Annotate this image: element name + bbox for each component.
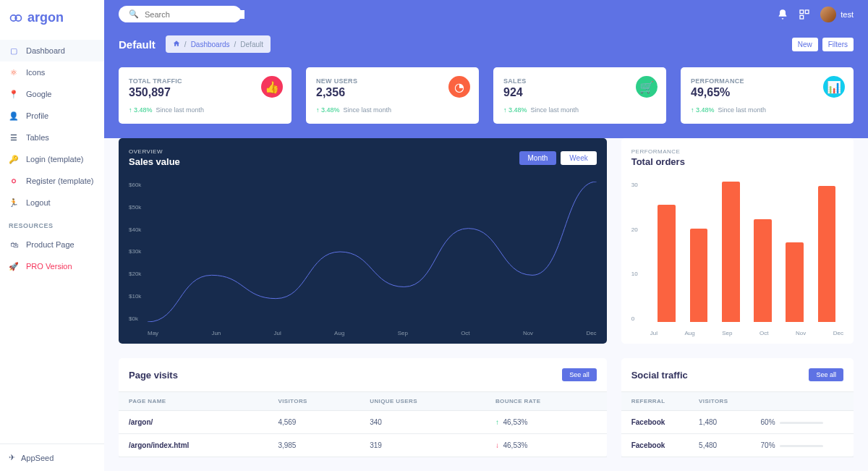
- sidebar-item-tables[interactable]: ☰Tables: [0, 127, 104, 148]
- sidebar: argon ▢Dashboard⚛Icons📍Google👤Profile☰Ta…: [0, 0, 104, 471]
- sidebar-item-label: Google: [26, 90, 51, 98]
- bell-icon[interactable]: [777, 9, 788, 20]
- search-icon: 🔍: [129, 9, 139, 19]
- page-header: Default / Dashboards / Default New Filte…: [104, 28, 868, 67]
- stat-value: 350,897: [129, 86, 281, 99]
- stat-value: 49,65%: [691, 86, 843, 99]
- sidebar-item-label: PRO Version: [26, 262, 72, 271]
- orders-chart-panel: PERFORMANCE Total orders 3020100 JulAugS…: [621, 138, 854, 344]
- thumb-icon: 👍: [261, 76, 283, 98]
- bag-icon: 🛍: [9, 239, 19, 250]
- tv-icon: ▢: [9, 46, 19, 56]
- breadcrumb-current: Default: [240, 41, 263, 48]
- new-button[interactable]: New: [792, 38, 818, 51]
- stat-label: NEW USERS: [316, 77, 469, 85]
- user-name: test: [841, 10, 854, 19]
- brand-logo[interactable]: argon: [0, 0, 104, 35]
- topbar: 🔍 test: [104, 0, 868, 28]
- stat-value: 2,356: [316, 86, 469, 99]
- stat-change: ↑ 3.48% Since last month: [316, 106, 469, 114]
- bar: [754, 219, 772, 322]
- stat-value: 924: [503, 86, 656, 99]
- stat-card-1: NEW USERS 2,356 ◔ ↑ 3.48% Since last mon…: [306, 67, 479, 124]
- table-row[interactable]: Facebook1,48060%: [621, 411, 854, 434]
- tables-row: Page visits See all PAGE NAMEVISITORSUNI…: [104, 358, 868, 471]
- stat-change: ↑ 3.48% Since last month: [691, 106, 843, 114]
- table-row[interactable]: /argon/4,569340↑ 46,53%: [119, 411, 607, 434]
- sales-chart-panel: OVERVIEW Sales value Month Week $60k$50k…: [119, 138, 607, 344]
- run-icon: 🏃: [9, 198, 19, 208]
- brand-text: argon: [27, 10, 64, 25]
- svg-rect-2: [800, 10, 804, 14]
- sidebar-item-pro-version[interactable]: 🚀PRO Version: [0, 255, 104, 277]
- orders-title: Total orders: [631, 156, 685, 167]
- sidebar-item-label: Icons: [26, 68, 45, 77]
- tab-month[interactable]: Month: [519, 151, 557, 165]
- sidebar-item-dashboard[interactable]: ▢Dashboard: [0, 40, 104, 61]
- table-row[interactable]: /argon/index.html3,985319↓ 46,53%: [119, 434, 607, 457]
- apps-icon[interactable]: [799, 9, 810, 20]
- main: 🔍 test Default / Dashboards / Default Ne…: [104, 0, 868, 471]
- content: TOTAL TRAFFIC 350,897 👍 ↑ 3.48% Since la…: [104, 67, 868, 471]
- stat-label: SALES: [503, 77, 656, 85]
- user-menu[interactable]: test: [820, 7, 854, 22]
- breadcrumb-home[interactable]: [173, 40, 180, 48]
- page-visits-title: Page visits: [129, 370, 178, 381]
- pin-icon: 📍: [9, 89, 19, 99]
- sidebar-item-label: Logout: [26, 198, 51, 207]
- social-traffic-table: Social traffic See all REFERRALVISITORSF…: [621, 358, 854, 457]
- cart-icon: 🛒: [636, 76, 658, 98]
- sidebar-item-login-template-[interactable]: 🔑Login (template): [0, 148, 104, 170]
- atom-icon: ⚛: [9, 67, 19, 77]
- search-box[interactable]: 🔍: [119, 6, 242, 22]
- stat-change: ↑ 3.48% Since last month: [503, 106, 656, 114]
- sidebar-item-product-page[interactable]: 🛍Product Page: [0, 234, 104, 255]
- filters-button[interactable]: Filters: [822, 38, 854, 51]
- sidebar-item-label: Product Page: [26, 240, 75, 249]
- bar: [690, 229, 708, 322]
- sidebar-item-google[interactable]: 📍Google: [0, 83, 104, 105]
- stat-label: TOTAL TRAFFIC: [129, 77, 281, 85]
- page-title: Default: [119, 38, 156, 51]
- user-icon: 👤: [9, 111, 19, 121]
- search-input[interactable]: [145, 10, 244, 19]
- footer-label: AppSeed: [21, 454, 54, 462]
- sidebar-item-label: Register (template): [26, 177, 94, 185]
- sales-overview-label: OVERVIEW: [129, 148, 180, 155]
- avatar: [820, 7, 836, 22]
- sidebar-footer-link[interactable]: ✈ AppSeed: [0, 444, 104, 471]
- sidebar-item-label: Tables: [26, 133, 49, 142]
- svg-rect-4: [800, 15, 804, 19]
- rocket-icon: 🚀: [9, 261, 19, 271]
- bar: [786, 242, 804, 322]
- sidebar-item-register-template-[interactable]: ⭘Register (template): [0, 170, 104, 192]
- topbar-right: test: [777, 7, 854, 22]
- table-row[interactable]: Facebook5,48070%: [621, 434, 854, 457]
- sidebar-item-logout[interactable]: 🏃Logout: [0, 192, 104, 213]
- bar: [658, 205, 676, 322]
- stat-card-0: TOTAL TRAFFIC 350,897 👍 ↑ 3.48% Since la…: [119, 67, 292, 124]
- stats-row: TOTAL TRAFFIC 350,897 👍 ↑ 3.48% Since la…: [104, 67, 868, 138]
- stat-card-2: SALES 924 🛒 ↑ 3.48% Since last month: [493, 67, 666, 124]
- see-all-social-button[interactable]: See all: [809, 368, 843, 381]
- tab-week[interactable]: Week: [561, 151, 596, 165]
- bar: [722, 182, 740, 322]
- orders-chart: 3020100 JulAugSepOctNovDec: [621, 177, 854, 344]
- bar: [818, 186, 836, 322]
- circle-icon: ⭘: [9, 176, 19, 186]
- sales-title: Sales value: [129, 156, 180, 167]
- sales-chart: $60k$50k$40k$30k$20k$10k$0k MayJunJulAug…: [119, 177, 607, 344]
- chart-tabs: Month Week: [519, 151, 597, 165]
- sidebar-item-label: Dashboard: [26, 46, 65, 55]
- page-visits-table: Page visits See all PAGE NAMEVISITORSUNI…: [119, 358, 607, 457]
- stat-card-3: PERFORMANCE 49,65% 📊 ↑ 3.48% Since last …: [681, 67, 854, 124]
- sidebar-item-profile[interactable]: 👤Profile: [0, 105, 104, 127]
- see-all-visits-button[interactable]: See all: [562, 368, 597, 381]
- sidebar-item-label: Profile: [26, 111, 48, 120]
- sidebar-item-icons[interactable]: ⚛Icons: [0, 61, 104, 83]
- send-icon: ✈: [9, 453, 15, 462]
- sidebar-item-label: Login (template): [26, 155, 84, 164]
- breadcrumb: / Dashboards / Default: [166, 35, 271, 53]
- stat-label: PERFORMANCE: [691, 77, 843, 85]
- breadcrumb-link[interactable]: Dashboards: [191, 41, 230, 48]
